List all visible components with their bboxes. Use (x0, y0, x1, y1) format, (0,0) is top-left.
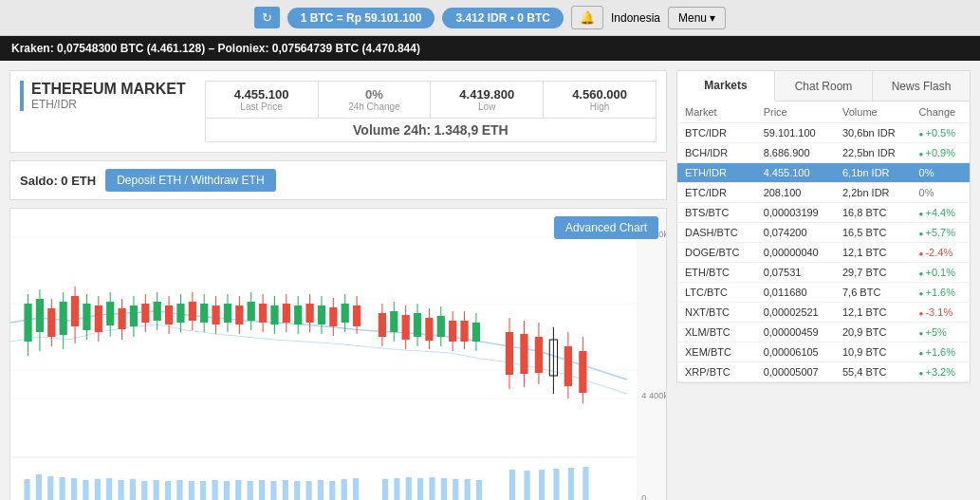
svg-rect-47 (248, 302, 255, 321)
svg-rect-128 (353, 478, 359, 500)
svg-rect-123 (294, 481, 300, 500)
tabs-header: Markets Chat Room News Flash (677, 71, 970, 102)
svg-rect-31 (154, 302, 161, 321)
volume-cell: 10,9 BTC (835, 343, 912, 362)
svg-rect-13 (47, 308, 55, 337)
low-stat: 4.419.800 Low (431, 82, 544, 118)
svg-rect-132 (417, 478, 423, 500)
svg-rect-73 (414, 313, 421, 337)
svg-rect-141 (553, 469, 559, 500)
market-cell: DASH/BTC (677, 223, 756, 243)
low-label: Low (444, 102, 529, 112)
change-cell: +1.6% (912, 283, 970, 303)
svg-rect-113 (176, 480, 182, 500)
svg-rect-104 (71, 478, 77, 500)
markets-table-header: Market Price Volume Change (677, 102, 970, 123)
svg-rect-53 (283, 304, 290, 323)
svg-rect-140 (539, 470, 545, 500)
volume-unit: ETH (482, 122, 508, 138)
svg-rect-131 (406, 477, 412, 500)
svg-rect-114 (189, 481, 194, 500)
table-row[interactable]: BCH/IDR8.686.90022,5bn IDR+0.9% (677, 143, 970, 163)
tab-chat[interactable]: Chat Room (775, 71, 873, 101)
last-price-stat: 4.455.100 Last Price (206, 82, 319, 118)
tab-markets[interactable]: Markets (677, 71, 775, 102)
table-row[interactable]: BTC/IDR59.101.10030,6bn IDR+0.5% (677, 123, 970, 143)
ticker-bar: Kraken: 0,07548300 BTC (4.461.128) – Pol… (0, 36, 980, 61)
change-value: 0% (332, 87, 417, 102)
svg-rect-17 (71, 296, 79, 326)
menu-button[interactable]: Menu ▾ (668, 7, 726, 29)
table-row[interactable]: XLM/BTC0,0000045920,9 BTC+5% (677, 323, 970, 343)
svg-rect-103 (60, 477, 65, 500)
price-cell: 4.455.100 (756, 163, 835, 183)
top-bar: ↻ 1 BTC = Rp 59.101.100 3.412 IDR • 0 BT… (0, 0, 980, 36)
idr-btc-pill: 3.412 IDR • 0 BTC (442, 8, 564, 28)
refresh-button[interactable]: ↻ (254, 7, 280, 28)
change-cell: +5.7% (912, 223, 970, 243)
svg-rect-41 (212, 306, 219, 324)
volume-cell: 2,2bn IDR (835, 183, 912, 203)
table-row[interactable]: ETH/IDR4.455.1006,1bn IDR0% (677, 163, 970, 183)
market-cell: LTC/BTC (677, 283, 756, 303)
svg-rect-130 (394, 478, 399, 500)
svg-rect-23 (106, 302, 114, 325)
svg-rect-89 (535, 337, 543, 373)
svg-rect-57 (305, 304, 313, 323)
table-row[interactable]: LTC/BTC0,0116807,6 BTC+1.6% (677, 283, 970, 303)
svg-rect-143 (582, 467, 588, 500)
svg-rect-87 (520, 334, 527, 374)
table-row[interactable]: NXT/BTC0,0000252112,1 BTC-3.1% (677, 303, 970, 323)
table-row[interactable]: ETC/IDR208.1002,2bn IDR0% (677, 183, 970, 203)
change-cell: +1.6% (912, 343, 970, 362)
market-cell: NXT/BTC (677, 303, 756, 323)
notification-bell-button[interactable]: 🔔 (571, 6, 603, 29)
svg-rect-15 (60, 302, 67, 335)
svg-rect-105 (83, 480, 88, 500)
volume-cell: 55,4 BTC (835, 362, 912, 382)
svg-rect-93 (564, 346, 572, 386)
change-stat: 0% 24h Change (319, 82, 432, 118)
svg-rect-33 (165, 306, 173, 324)
col-header-market: Market (677, 102, 756, 123)
svg-rect-137 (476, 480, 482, 500)
svg-rect-43 (224, 304, 231, 323)
svg-rect-120 (259, 480, 265, 500)
saldo-row: Saldo: 0 ETH Deposit ETH / Withdraw ETH (9, 160, 667, 200)
high-value: 4.560.000 (557, 87, 642, 102)
svg-rect-109 (130, 479, 136, 500)
main-layout: ETHEREUM MARKET ETH/IDR 4.455.100 Last P… (0, 61, 980, 500)
tab-news[interactable]: News Flash (873, 71, 970, 101)
market-title: ETHEREUM MARKET (31, 81, 186, 98)
country-selector[interactable]: Indonesia (611, 11, 660, 25)
change-cell: +0.1% (912, 263, 970, 283)
market-cell: XEM/BTC (677, 343, 756, 362)
svg-rect-129 (382, 479, 388, 500)
volume-cell: 7,6 BTC (835, 283, 912, 303)
svg-rect-35 (176, 304, 184, 323)
col-header-change: Change (912, 102, 970, 123)
price-cell: 0,00006105 (756, 343, 835, 362)
svg-rect-116 (212, 480, 217, 500)
table-row[interactable]: BTS/BTC0,0000319916,8 BTC+4.4% (677, 203, 970, 223)
svg-rect-83 (472, 323, 480, 342)
price-cell: 0,00000040 (756, 243, 835, 263)
volume-row: Volume 24h: 1.348,9 ETH (206, 118, 656, 141)
svg-rect-25 (118, 308, 125, 329)
table-row[interactable]: DASH/BTC0,07420016,5 BTC+5.7% (677, 223, 970, 243)
table-row[interactable]: DOGE/BTC0,0000004012,1 BTC-2.4% (677, 243, 970, 263)
price-cell: 0,00000459 (756, 323, 835, 343)
table-row[interactable]: XRP/BTC0,0000500755,4 BTC+3.2% (677, 362, 970, 382)
table-row[interactable]: XEM/BTC0,0000610510,9 BTC+1.6% (677, 343, 970, 362)
svg-rect-9 (24, 304, 31, 342)
price-cell: 0,00003199 (756, 203, 835, 223)
table-row[interactable]: ETH/BTC0,0753129,7 BTC+0.1% (677, 263, 970, 283)
deposit-withdraw-button[interactable]: Deposit ETH / Withdraw ETH (105, 169, 275, 192)
svg-rect-59 (318, 306, 325, 324)
advanced-chart-button[interactable]: Advanced Chart (554, 216, 658, 239)
volume-value: 1.348,9 (435, 122, 479, 138)
change-cell: +5% (912, 323, 970, 343)
markets-tbody: BTC/IDR59.101.10030,6bn IDR+0.5%BCH/IDR8… (677, 123, 970, 382)
change-cell: +0.5% (912, 123, 970, 143)
chart-area: Advanced Chart 4 500k 4 400k (9, 208, 667, 500)
